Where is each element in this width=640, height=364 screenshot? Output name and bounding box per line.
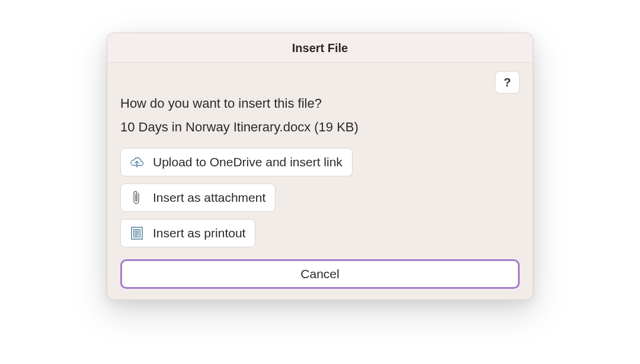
option-label: Insert as attachment	[153, 191, 265, 205]
dialog-titlebar: Insert File	[107, 33, 533, 63]
file-name-label: 10 Days in Norway Itinerary.docx (19 KB)	[120, 120, 520, 135]
cloud-upload-icon	[128, 153, 146, 171]
help-button[interactable]: ?	[495, 71, 520, 94]
paperclip-icon	[128, 189, 146, 207]
options-group: Upload to OneDrive and insert link Inser…	[120, 148, 520, 247]
insert-printout-button[interactable]: Insert as printout	[120, 219, 255, 247]
insert-attachment-button[interactable]: Insert as attachment	[120, 183, 276, 212]
option-label: Upload to OneDrive and insert link	[153, 155, 343, 169]
dialog-title: Insert File	[292, 41, 348, 54]
svg-rect-2	[134, 230, 140, 237]
dialog-body: ? How do you want to insert this file? 1…	[107, 63, 533, 299]
upload-onedrive-button[interactable]: Upload to OneDrive and insert link	[120, 148, 353, 176]
insert-file-dialog: Insert File ? How do you want to insert …	[107, 33, 533, 300]
help-icon: ?	[504, 76, 511, 89]
option-label: Insert as printout	[153, 226, 245, 240]
cancel-button[interactable]: Cancel	[120, 259, 520, 289]
cancel-label: Cancel	[300, 267, 339, 281]
insert-prompt: How do you want to insert this file?	[120, 96, 520, 111]
printout-icon	[128, 224, 146, 242]
